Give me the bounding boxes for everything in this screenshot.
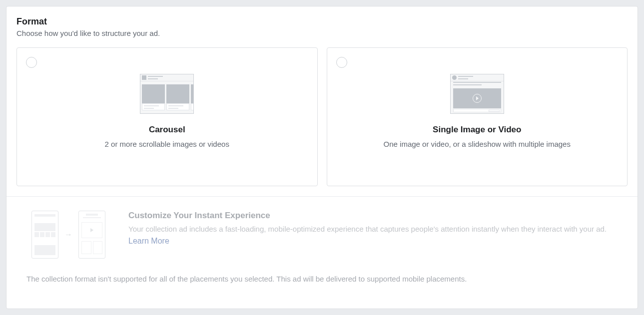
- phone-experience-icon: [78, 211, 105, 259]
- instant-experience-description: Your collection ad includes a fast-loadi…: [128, 224, 618, 247]
- arrow-right-icon: →: [64, 230, 72, 239]
- placement-notice: The collection format isn't supported fo…: [6, 264, 638, 293]
- instant-experience-desc-text: Your collection ad includes a fast-loadi…: [128, 225, 607, 233]
- radio-unchecked-icon[interactable]: [336, 57, 347, 68]
- carousel-content: Carousel 2 or more scrollable images or …: [26, 57, 308, 148]
- notice-text: The collection format isn't supported fo…: [26, 275, 467, 283]
- single-description: One image or video, or a slideshow with …: [384, 140, 571, 148]
- format-section: Format Choose how you'd like to structur…: [6, 6, 638, 196]
- carousel-description: 2 or more scrollable images or videos: [105, 140, 229, 148]
- single-title: Single Image or Video: [433, 125, 521, 135]
- carousel-preview-icon: [140, 74, 194, 114]
- phone-collection-icon: [31, 211, 58, 259]
- instant-experience-title: Customize Your Instant Experience: [128, 211, 618, 221]
- instant-experience-section: → Customize Your Instant Experience Your…: [6, 197, 638, 264]
- single-content: Single Image or Video One image or video…: [336, 57, 619, 148]
- format-option-single[interactable]: Single Image or Video One image or video…: [327, 47, 628, 186]
- format-card: Format Choose how you'd like to structur…: [6, 6, 638, 309]
- learn-more-link[interactable]: Learn More: [128, 237, 169, 245]
- instant-experience-text: Customize Your Instant Experience Your c…: [128, 211, 618, 247]
- section-title: Format: [16, 16, 628, 27]
- radio-unchecked-icon[interactable]: [26, 57, 37, 68]
- format-options: Carousel 2 or more scrollable images or …: [16, 47, 628, 186]
- single-video-preview-icon: [450, 74, 504, 114]
- format-option-carousel[interactable]: Carousel 2 or more scrollable images or …: [16, 47, 318, 186]
- carousel-title: Carousel: [149, 125, 185, 135]
- instant-experience-illustration: →: [31, 211, 105, 259]
- section-subtitle: Choose how you'd like to structure your …: [16, 29, 628, 37]
